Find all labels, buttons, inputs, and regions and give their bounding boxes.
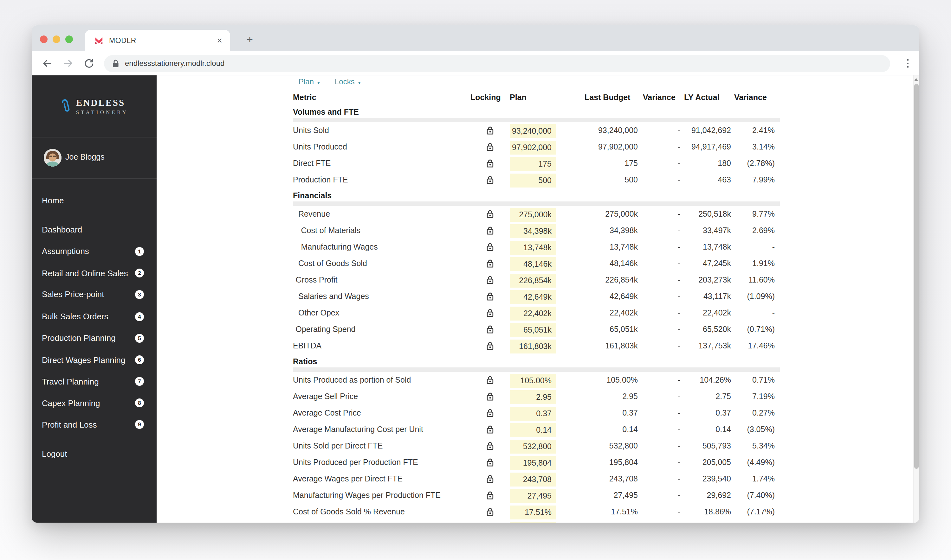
metric-label: Other Opex	[293, 309, 471, 317]
plan-input-cell[interactable]: 161,803k	[510, 340, 556, 354]
lock-icon	[486, 175, 494, 185]
ly-variance-value: 11.60%	[734, 275, 780, 285]
new-tab-button[interactable]: +	[241, 31, 259, 49]
zoom-window-button[interactable]	[65, 35, 73, 43]
lock-cell[interactable]	[471, 243, 510, 251]
lock-cell[interactable]	[471, 259, 510, 268]
sidebar-item-production-planning[interactable]: Production Planning 5	[32, 328, 157, 348]
plan-input-cell[interactable]: 65,051k	[510, 323, 556, 337]
lock-cell[interactable]	[471, 442, 510, 451]
table-section-row: Volumes and FTE	[293, 106, 780, 118]
sidebar-item-retail-and-online-sales[interactable]: Retail and Online Sales 2	[32, 263, 157, 283]
lock-cell[interactable]	[471, 342, 510, 350]
sidebar-item-capex-planning[interactable]: Capex Planning 8	[32, 393, 157, 412]
plan-value: 97,902,000	[512, 143, 551, 152]
lock-cell[interactable]	[471, 226, 510, 235]
plan-value: 17.51%	[525, 508, 551, 517]
scrollbar-thumb[interactable]	[914, 83, 919, 468]
lock-cell[interactable]	[471, 474, 510, 483]
sidebar-item-sales-price-point[interactable]: Sales Price-point 3	[32, 285, 157, 304]
lock-cell[interactable]	[471, 143, 510, 151]
plan-input-cell[interactable]: 97,902,000	[510, 141, 556, 155]
plan-input-cell[interactable]: 17.51%	[510, 506, 556, 520]
plan-input-cell[interactable]: 13,748k	[510, 241, 556, 255]
lock-cell[interactable]	[471, 210, 510, 218]
plan-input-cell[interactable]: 500	[510, 174, 556, 188]
ly-variance-value: 7.19%	[734, 392, 780, 401]
last-budget-value: 22,402k	[585, 309, 643, 317]
plan-input-cell[interactable]: 226,854k	[510, 274, 556, 288]
back-button[interactable]	[40, 56, 54, 70]
ly-variance-value: 7.99%	[734, 175, 780, 185]
sidebar-item-assumptions[interactable]: Assumptions 1	[32, 242, 157, 261]
lock-cell[interactable]	[471, 409, 510, 417]
sidebar-item-profit-and-loss[interactable]: Profit and Loss 9	[32, 415, 157, 434]
url-bar[interactable]: endlessstationery.modlr.cloud	[104, 55, 890, 72]
last-budget-value: 2.95	[585, 392, 643, 401]
plan-input-cell[interactable]: 275,000k	[510, 208, 556, 222]
refresh-button[interactable]	[82, 56, 96, 70]
plan-dropdown[interactable]: Plan ▼	[299, 77, 321, 86]
sidebar-item-badge: 6	[135, 355, 144, 364]
forward-button[interactable]	[62, 56, 76, 70]
sidebar-item-badge: 2	[135, 269, 144, 277]
plan-input-cell[interactable]: 42,649k	[510, 290, 556, 304]
close-window-button[interactable]	[40, 35, 48, 43]
plan-value: 22,402k	[523, 309, 551, 318]
table-row: Units Produced 97,902,000 97,902,000 - 9…	[293, 139, 780, 155]
plan-input-cell[interactable]: 48,146k	[510, 257, 556, 271]
plan-value: 243,708	[523, 475, 551, 484]
scroll-up-arrow-icon[interactable]	[914, 78, 918, 81]
lock-cell[interactable]	[471, 508, 510, 516]
section-label: Financials	[293, 191, 332, 200]
table-row: Direct FTE 175 175 - 180 (2.78%)	[293, 155, 780, 172]
lock-cell[interactable]	[471, 392, 510, 401]
plan-input-cell[interactable]: 175	[510, 157, 556, 171]
plan-input-cell[interactable]: 2.95	[510, 390, 556, 404]
table-row: Revenue 275,000k 275,000k - 250,518k 9.7…	[293, 206, 780, 222]
lock-cell[interactable]	[471, 325, 510, 334]
plan-input-cell[interactable]: 243,708	[510, 472, 556, 486]
column-header-last-budget: Last Budget	[585, 93, 643, 102]
locks-dropdown[interactable]: Locks ▼	[335, 77, 362, 86]
vertical-scrollbar[interactable]	[913, 75, 919, 523]
sidebar-item-bulk-sales-orders[interactable]: Bulk Sales Orders 4	[32, 307, 157, 326]
plan-input-cell[interactable]: 105.00%	[510, 374, 556, 388]
lock-cell[interactable]	[471, 275, 510, 285]
sidebar-item-dashboard[interactable]: Dashboard	[32, 220, 157, 239]
plan-input-cell[interactable]	[510, 522, 556, 523]
table-row: Production FTE 500 500 - 463 7.99%	[293, 172, 780, 188]
plan-input-cell[interactable]: 27,495	[510, 489, 556, 503]
sidebar-item-label: Travel Planning	[42, 377, 99, 386]
sidebar-item-travel-planning[interactable]: Travel Planning 7	[32, 372, 157, 391]
lock-cell[interactable]	[471, 458, 510, 467]
sidebar-item-badge: 5	[135, 334, 144, 342]
plan-input-cell[interactable]: 532,800	[510, 440, 556, 454]
sidebar-item-logout[interactable]: Logout	[32, 444, 157, 463]
lock-cell[interactable]	[471, 425, 510, 434]
browser-menu-button[interactable]	[900, 56, 915, 71]
lock-cell[interactable]	[471, 175, 510, 185]
lock-icon	[486, 309, 494, 317]
browser-tab[interactable]: MODLR ✕	[85, 30, 230, 51]
plan-input-cell[interactable]: 22,402k	[510, 307, 556, 320]
minimize-window-button[interactable]	[52, 35, 60, 43]
lock-cell[interactable]	[471, 491, 510, 500]
sidebar-item-home[interactable]: Home	[32, 191, 157, 210]
plan-input-cell[interactable]: 93,240,000	[510, 124, 556, 138]
lock-cell[interactable]	[471, 126, 510, 135]
plan-input-cell[interactable]: 0.37	[510, 407, 556, 421]
lock-cell[interactable]	[471, 292, 510, 301]
ly-actual-value: 94,917,469	[684, 143, 734, 151]
close-tab-icon[interactable]: ✕	[217, 37, 222, 45]
plan-value: 275,000k	[519, 210, 551, 219]
plan-input-cell[interactable]: 195,804	[510, 456, 556, 470]
sidebar-item-direct-wages-planning[interactable]: Direct Wages Planning 6	[32, 350, 157, 369]
lock-icon	[486, 458, 494, 467]
lock-cell[interactable]	[471, 159, 510, 168]
lock-cell[interactable]	[471, 309, 510, 317]
plan-input-cell[interactable]: 34,398k	[510, 224, 556, 238]
plan-input-cell[interactable]: 0.14	[510, 423, 556, 437]
metric-label: Units Produced per Production FTE	[293, 458, 471, 467]
lock-cell[interactable]	[471, 375, 510, 385]
